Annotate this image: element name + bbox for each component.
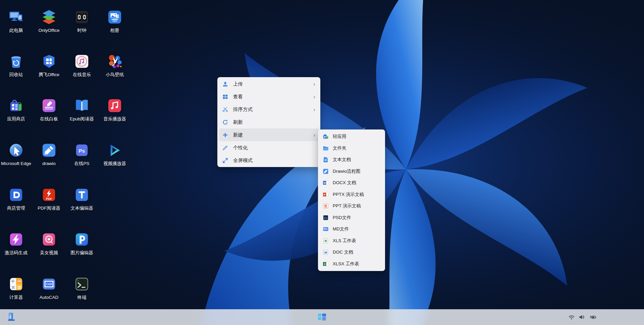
desktop-icon[interactable]: 在线音乐 bbox=[66, 54, 98, 78]
desktop-icon[interactable]: 腾飞Office bbox=[33, 54, 65, 78]
desktop-icon[interactable]: 小鸟壁纸 bbox=[99, 54, 131, 78]
desktop-icon[interactable]: 视频播放器 bbox=[99, 143, 131, 167]
context-menu-item-label: 个性化 bbox=[233, 145, 248, 151]
beautyvideo-icon bbox=[41, 232, 57, 247]
submenu-item[interactable]: MD文件 bbox=[319, 223, 384, 235]
desktop-icon-label: drawio bbox=[42, 160, 56, 167]
desktop-icon-label: 腾飞Office bbox=[39, 71, 59, 78]
submenu-item[interactable]: 轻应用 bbox=[319, 131, 384, 143]
xls-icon bbox=[323, 238, 329, 244]
submenu-item[interactable]: 文本文档 bbox=[319, 154, 384, 166]
tengfei-icon bbox=[41, 54, 57, 69]
submenu-item-label: PPTX 演示文稿 bbox=[333, 192, 364, 198]
desktop-icon[interactable]: 商店管理 bbox=[0, 187, 32, 212]
desktop-icon[interactable]: 回收站 bbox=[0, 54, 32, 78]
pdf-icon: PDF bbox=[41, 187, 57, 203]
context-menu-item[interactable]: 全屏模式 bbox=[219, 154, 319, 167]
activation-icon bbox=[8, 232, 24, 247]
desktop-icon[interactable]: 音乐播放器 bbox=[99, 98, 131, 122]
context-menu-item[interactable]: 新建 › bbox=[219, 128, 319, 141]
submenu-item[interactable]: Ps PSD文件 bbox=[319, 212, 384, 224]
context-menu-item[interactable]: 刷新 bbox=[219, 116, 319, 128]
computer-tower-icon bbox=[6, 312, 16, 323]
taskbar bbox=[0, 309, 644, 325]
submenu-item[interactable]: P PPTX 演示文稿 bbox=[319, 189, 384, 201]
desktop-icon[interactable]: OnlyOffice bbox=[33, 9, 65, 34]
desktop-icon[interactable]: drawio bbox=[33, 143, 65, 167]
storemanage-icon bbox=[8, 187, 24, 203]
desktop-icon[interactable]: Epub阅读器 bbox=[66, 98, 98, 122]
textdoc-icon bbox=[323, 157, 329, 163]
desktop-icon-label: AutoCAD bbox=[40, 294, 58, 301]
desktop-icon[interactable]: 文本编辑器 bbox=[66, 187, 98, 212]
md-icon bbox=[323, 226, 329, 232]
epub-icon bbox=[74, 98, 90, 113]
desktop-icon[interactable]: 计算器 bbox=[0, 276, 32, 301]
system-tray bbox=[568, 309, 597, 325]
wifi-icon[interactable] bbox=[568, 314, 575, 320]
battery-charging-icon[interactable] bbox=[588, 314, 597, 320]
desktop-icon[interactable]: 激活码生成 bbox=[0, 232, 32, 256]
desktop-icon[interactable]: 应用商店 bbox=[0, 98, 32, 122]
submenu-item[interactable]: X XLSX 工作表 bbox=[319, 258, 384, 270]
clock-icon: 00 bbox=[74, 9, 90, 25]
desktop-icon[interactable]: $_ 终端 bbox=[66, 276, 98, 301]
desktop-icon-label: 美女视频 bbox=[40, 250, 58, 256]
desktop-icon-label: 在线音乐 bbox=[73, 71, 91, 78]
svg-text:PDF: PDF bbox=[46, 197, 52, 201]
desktop-icon[interactable]: 在线白板 bbox=[33, 98, 65, 122]
desktop-icon[interactable]: 00 时钟 bbox=[66, 9, 98, 34]
desktop-icon[interactable]: CAD AutoCAD bbox=[33, 276, 65, 301]
svg-text:X: X bbox=[324, 263, 326, 266]
desktop-icon[interactable]: 图片编辑器 bbox=[66, 232, 98, 256]
app-launcher-button[interactable] bbox=[316, 311, 328, 323]
submenu-item[interactable]: W DOC 文档 bbox=[319, 247, 384, 258]
desktop-icon-label: 音乐播放器 bbox=[103, 116, 126, 122]
desktop-icon[interactable]: 相册 bbox=[99, 9, 131, 34]
submenu-item[interactable]: Drawio流程图 bbox=[319, 166, 384, 177]
context-menu-item[interactable]: 排序方式 › bbox=[219, 103, 319, 116]
submenu-item[interactable]: XLS 工作表 bbox=[319, 235, 384, 247]
desktop-icon-label: Epub阅读器 bbox=[70, 116, 94, 122]
desktop-icon-grid: 此电脑 OnlyOffice 00 时钟 相册 回收站 bbox=[0, 0, 141, 309]
desktop-icon[interactable]: 美女视频 bbox=[33, 232, 65, 256]
chevron-right-icon: › bbox=[311, 132, 315, 138]
context-menu-item[interactable]: 上传 › bbox=[219, 77, 319, 90]
desktop-icon-label: 在线PS bbox=[74, 160, 89, 167]
docx-icon: W bbox=[323, 180, 329, 186]
onlyoffice-icon bbox=[41, 9, 57, 25]
bird-icon bbox=[107, 54, 122, 69]
whiteboard-icon bbox=[41, 98, 57, 113]
calculator-icon bbox=[8, 276, 24, 292]
svg-text:Ps: Ps bbox=[324, 216, 327, 219]
appstore-icon bbox=[8, 98, 24, 113]
submenu-item-label: DOCX 文档 bbox=[333, 180, 356, 186]
app-launcher-grid-icon bbox=[318, 313, 326, 322]
desktop-icon-label: 时钟 bbox=[77, 27, 87, 34]
submenu-item[interactable]: W DOCX 文档 bbox=[319, 177, 384, 189]
svg-text:W: W bbox=[323, 181, 326, 184]
desktop-icon-label: 文本编辑器 bbox=[70, 205, 93, 212]
context-menu-item[interactable]: 查看 › bbox=[219, 90, 319, 103]
chevron-right-icon: › bbox=[311, 94, 315, 100]
context-menu-item-label: 查看 bbox=[233, 94, 243, 100]
chevron-right-icon: › bbox=[311, 81, 315, 87]
desktop-icon-label: Microsoft Edge bbox=[1, 160, 31, 167]
desktop-icon[interactable]: PDF PDF阅读器 bbox=[33, 187, 65, 212]
texteditor-icon bbox=[74, 187, 90, 203]
sort-icon bbox=[222, 107, 228, 112]
recycle-icon bbox=[8, 54, 24, 69]
desktop-icon-label: 图片编辑器 bbox=[70, 250, 93, 256]
desktop-icon[interactable]: Ps 在线PS bbox=[66, 143, 98, 167]
submenu-item[interactable]: 文件夹 bbox=[319, 143, 384, 154]
refresh-icon bbox=[222, 119, 228, 125]
psd-icon: Ps bbox=[323, 215, 329, 221]
submenu-item[interactable]: PPT 演示文稿 bbox=[319, 200, 384, 212]
context-menu-item-label: 刷新 bbox=[233, 119, 243, 125]
start-button[interactable] bbox=[5, 310, 17, 324]
desktop-icon[interactable]: 此电脑 bbox=[0, 9, 32, 34]
xlsx-icon: X bbox=[323, 261, 329, 267]
context-menu-item[interactable]: 个性化 bbox=[219, 141, 319, 154]
desktop-icon[interactable]: Microsoft Edge bbox=[0, 143, 32, 167]
volume-icon[interactable] bbox=[578, 314, 585, 320]
